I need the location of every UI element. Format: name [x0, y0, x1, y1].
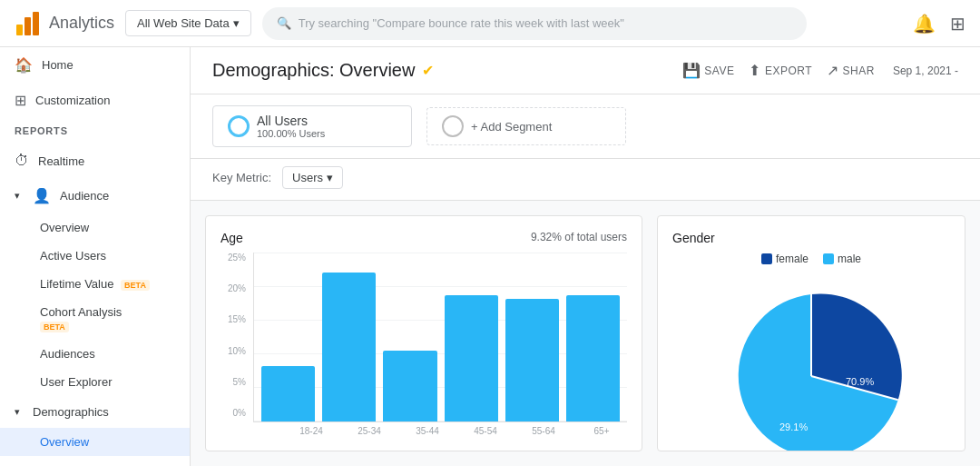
- apps-icon[interactable]: ⊞: [950, 13, 965, 35]
- share-button[interactable]: ↗ SHAR: [827, 62, 875, 79]
- grid-line: [254, 253, 627, 253]
- sidebar-item-home[interactable]: 🏠 Home: [0, 47, 190, 83]
- audiences-label: Audiences: [40, 347, 95, 361]
- add-segment-label: + Add Segment: [471, 120, 552, 134]
- x-label-45-54: 45-54: [460, 422, 511, 436]
- page-title: Demographics: Overview ✔: [212, 60, 434, 81]
- user-explorer-label: User Explorer: [40, 375, 112, 389]
- logo-area: Analytics: [15, 10, 114, 37]
- top-nav-icons: 🔔 ⊞: [913, 13, 965, 35]
- search-icon: 🔍: [277, 16, 291, 30]
- share-icon: ↗: [827, 62, 839, 79]
- key-metric-label: Key Metric:: [212, 171, 271, 184]
- grid-line: [254, 286, 627, 287]
- key-metric-chevron-icon: ▾: [327, 171, 333, 184]
- sidebar: 🏠 Home ⊞ Customization REPORTS ⏱ Realtim…: [0, 47, 191, 466]
- notification-icon[interactable]: 🔔: [913, 13, 936, 35]
- sidebar-item-realtime[interactable]: ⏱ Realtime: [0, 144, 190, 178]
- save-label: SAVE: [704, 64, 734, 77]
- customization-label: Customization: [35, 94, 110, 107]
- pie-container: 29.1% 70.9%: [672, 276, 950, 451]
- verified-badge-icon: ✔: [422, 62, 434, 79]
- svg-rect-2: [33, 12, 39, 35]
- demo-overview-label: Overview: [40, 435, 89, 449]
- audience-label: Audience: [60, 189, 109, 203]
- gender-pie-chart: 29.1% 70.9%: [711, 276, 911, 451]
- gender-chart-header: Gender: [672, 231, 950, 245]
- customization-icon: ⊞: [15, 92, 26, 109]
- export-button[interactable]: ⬆ EXPORT: [749, 62, 812, 79]
- page-title-text: Demographics: Overview: [212, 60, 415, 81]
- male-legend-label: male: [838, 253, 861, 265]
- property-selector[interactable]: All Web Site Data ▾: [125, 10, 251, 36]
- content-header: Demographics: Overview ✔ 💾 SAVE ⬆ EXPORT…: [191, 47, 980, 94]
- analytics-logo-icon: [15, 10, 42, 37]
- realtime-icon: ⏱: [15, 153, 29, 169]
- sidebar-child-overview[interactable]: Overview: [0, 213, 190, 242]
- x-label-55-64: 55-64: [518, 422, 569, 436]
- home-icon: 🏠: [15, 56, 33, 74]
- search-placeholder: Try searching "Compare bounce rate this …: [299, 16, 624, 30]
- age-chart-header: Age 9.32% of total users: [220, 231, 627, 245]
- sidebar-child-cohort[interactable]: Cohort Analysis BETA: [0, 298, 190, 340]
- lifetime-value-beta-badge: BETA: [121, 280, 150, 291]
- sidebar-child-audiences[interactable]: Audiences: [0, 340, 190, 368]
- cohort-beta-badge: BETA: [40, 322, 69, 332]
- lifetime-value-label: Lifetime Value: [40, 277, 113, 291]
- save-button[interactable]: 💾 SAVE: [682, 62, 735, 79]
- bar-35-44: [383, 351, 436, 421]
- save-icon: 💾: [682, 62, 701, 79]
- segment-info: All Users 100.00% Users: [257, 114, 325, 139]
- key-metric-select[interactable]: Users ▾: [282, 166, 343, 189]
- age-bars-wrapper: 18-2425-3435-4445-5455-6465+: [253, 253, 627, 436]
- share-label: SHAR: [843, 64, 875, 77]
- content-area: Demographics: Overview ✔ 💾 SAVE ⬆ EXPORT…: [191, 47, 980, 466]
- x-label-18-24: 18-24: [286, 422, 337, 436]
- gender-legend: female male: [672, 253, 950, 265]
- charts-row: Age 9.32% of total users 25% 20% 15% 10%…: [191, 201, 980, 466]
- female-pct-label: 29.1%: [779, 421, 808, 432]
- all-users-segment[interactable]: All Users 100.00% Users: [212, 105, 412, 147]
- x-label-65+: 65+: [576, 422, 627, 436]
- sidebar-child-demo-age[interactable]: Age: [0, 456, 190, 466]
- date-range: Sep 1, 2021 -: [893, 64, 958, 77]
- bar-65+: [566, 295, 620, 421]
- legend-item-female: female: [761, 253, 808, 265]
- segment-sub: 100.00% Users: [257, 128, 325, 139]
- sidebar-child-active-users[interactable]: Active Users: [0, 242, 190, 270]
- overview-label: Overview: [40, 221, 89, 234]
- bar-18-24: [261, 366, 315, 421]
- male-pct-label: 70.9%: [846, 376, 874, 387]
- export-icon: ⬆: [749, 62, 761, 79]
- search-bar[interactable]: 🔍 Try searching "Compare bounce rate thi…: [262, 7, 807, 40]
- empty-circle-icon: [442, 115, 464, 137]
- sidebar-item-audience[interactable]: ▾ 👤 Audience: [0, 178, 190, 213]
- legend-item-male: male: [823, 253, 861, 265]
- key-metric-row: Key Metric: Users ▾: [191, 159, 980, 201]
- age-chart-subtitle: 9.32% of total users: [531, 231, 627, 243]
- x-label-35-44: 35-44: [402, 422, 453, 436]
- svg-rect-1: [24, 17, 31, 35]
- male-legend-dot: [823, 253, 834, 264]
- demographics-expand-icon: ▾: [15, 406, 20, 418]
- active-users-label: Active Users: [40, 249, 106, 263]
- reports-section-header: REPORTS: [0, 118, 190, 144]
- age-bars-area: [253, 253, 627, 422]
- gender-chart-title: Gender: [672, 231, 715, 245]
- age-chart-card: Age 9.32% of total users 25% 20% 15% 10%…: [205, 215, 642, 451]
- bar-55-64: [505, 299, 559, 421]
- add-segment-button[interactable]: + Add Segment: [426, 107, 626, 145]
- svg-rect-0: [16, 25, 23, 35]
- header-actions: 💾 SAVE ⬆ EXPORT ↗ SHAR: [682, 62, 875, 79]
- sidebar-child-demo-overview[interactable]: Overview: [0, 428, 190, 456]
- main-layout: 🏠 Home ⊞ Customization REPORTS ⏱ Realtim…: [0, 47, 980, 466]
- sidebar-item-customization[interactable]: ⊞ Customization: [0, 83, 190, 118]
- bar-25-34: [322, 273, 376, 421]
- sidebar-child-lifetime-value[interactable]: Lifetime Value BETA: [0, 270, 190, 298]
- cohort-label: Cohort Analysis: [40, 305, 122, 319]
- sidebar-item-demographics[interactable]: ▾ Demographics: [0, 396, 190, 428]
- key-metric-value: Users: [292, 171, 323, 184]
- sidebar-child-user-explorer[interactable]: User Explorer: [0, 368, 190, 396]
- age-y-axis: 25% 20% 15% 10% 5% 0%: [220, 253, 246, 436]
- property-name: All Web Site Data: [137, 16, 230, 30]
